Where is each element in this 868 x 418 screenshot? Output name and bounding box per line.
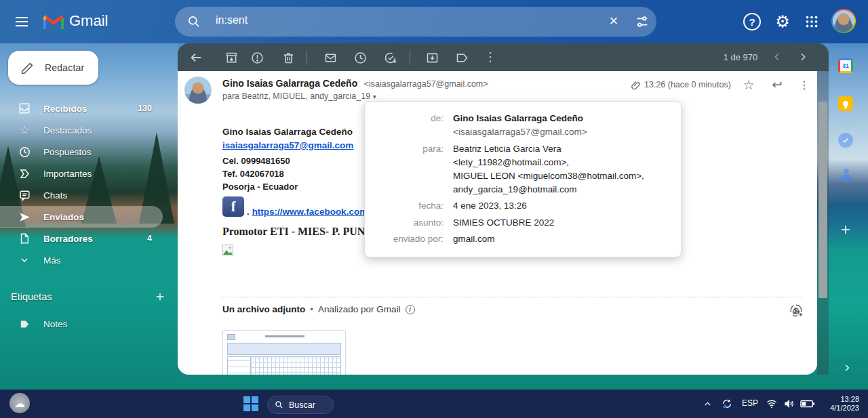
settings-gear-icon[interactable]: ⚙ [772, 11, 793, 33]
newer-chevron-icon[interactable] [769, 49, 785, 65]
account-avatar[interactable] [831, 9, 856, 33]
toolbar-divider [307, 51, 307, 64]
sidebar-item-pospuestos[interactable]: Pospuestos [0, 141, 168, 163]
mark-unread-icon[interactable] [321, 49, 339, 66]
gmail-logo-icon[interactable] [42, 13, 65, 30]
tasks-icon[interactable] [838, 133, 853, 148]
clear-search-icon[interactable]: × [604, 12, 623, 30]
tray-date: 4/1/2023 [817, 404, 859, 413]
thumbnail-table-grid [250, 356, 341, 375]
compose-label: Redactar [45, 62, 84, 73]
tray-time: 13:28 [817, 395, 859, 404]
recipients-line[interactable]: para Beatriz, MIGUEL, andy_garcia_19 ▾ [222, 91, 376, 101]
star-message-icon[interactable]: ☆ [739, 75, 758, 94]
get-addons-icon[interactable] [840, 224, 852, 236]
search-icon[interactable] [186, 14, 201, 29]
details-sentby-value: gmail.com [453, 232, 667, 247]
main-menu-icon[interactable] [11, 11, 33, 33]
back-icon[interactable] [187, 49, 205, 66]
sidebar-item-enviados[interactable]: Enviados [0, 206, 163, 228]
delete-icon[interactable] [279, 49, 297, 66]
labels-header-text: Etiquetas [11, 291, 153, 302]
sender-address: <isaiasgalarraga57@gmail.com> [364, 79, 488, 89]
facebook-separator: . [247, 207, 250, 217]
move-to-icon[interactable] [423, 49, 441, 66]
calendar-icon[interactable]: 31 [838, 58, 853, 73]
battery-icon[interactable] [800, 397, 816, 411]
attachment-header-row: Un archivo adjunto • Analizado por Gmail… [222, 304, 415, 314]
sidebar-item-chats[interactable]: Chats [0, 184, 168, 206]
tray-chevron-up-icon[interactable] [701, 397, 714, 411]
details-date-label: fecha: [378, 199, 443, 213]
facebook-link[interactable]: https://www.facebook.com/ [252, 207, 370, 217]
add-to-drive-icon[interactable] [787, 301, 806, 320]
language-indicator[interactable]: ESP [742, 398, 758, 408]
sync-update-icon[interactable] [719, 396, 735, 412]
info-icon[interactable]: i [406, 305, 415, 314]
sender-avatar[interactable] [184, 77, 212, 104]
windows-taskbar: ☁ Buscar DELL W ESP [0, 390, 868, 418]
sidebar-item-recibidos[interactable]: Recibidos 130 [0, 98, 168, 119]
draft-icon [18, 232, 31, 245]
weather-widget-icon[interactable]: ☁ [9, 393, 30, 413]
pencil-icon [20, 60, 35, 75]
details-sentby-label: enviado por: [378, 232, 443, 247]
message-more-icon[interactable]: ⋮ [795, 75, 814, 94]
attachment-scanned-text: Analizado por Gmail [318, 304, 401, 314]
google-apps-grid-icon[interactable] [806, 16, 818, 28]
help-icon[interactable]: ? [743, 13, 761, 30]
volume-icon[interactable] [782, 396, 797, 411]
taskbar-search[interactable]: Buscar [267, 396, 334, 414]
hide-side-panel-icon[interactable] [841, 362, 853, 374]
start-button[interactable] [239, 392, 263, 416]
report-spam-icon[interactable] [248, 49, 266, 66]
send-icon [18, 211, 31, 224]
details-subject-label: asunto: [378, 216, 443, 230]
older-chevron-icon[interactable] [795, 49, 811, 65]
wifi-icon[interactable] [764, 396, 779, 411]
create-label-icon[interactable] [153, 290, 167, 304]
signature-location: Posorja - Ecuador [222, 182, 298, 192]
tray-clock[interactable]: 13:28 4/1/2023 [817, 395, 859, 413]
keep-icon[interactable] [838, 96, 853, 111]
message-details-popup: de: Gino Isaias Galarraga Cedeño <isaias… [364, 101, 682, 257]
scrollbar-track[interactable] [817, 71, 829, 375]
facebook-icon[interactable]: f [222, 196, 244, 217]
labels-section-header: Etiquetas [11, 290, 167, 304]
signature-tef: Tef. 042067018 [222, 169, 284, 179]
sidebar-item-importantes[interactable]: Importantes [0, 163, 168, 184]
reply-icon[interactable]: ↩ [768, 75, 787, 94]
details-from-value: Gino Isaias Galarraga Cedeño <isaiasgala… [453, 112, 667, 140]
label-tag-icon [18, 318, 31, 330]
message-card: Gino Isaias Galarraga Cedeño <isaiasgala… [178, 71, 817, 375]
show-details-dropdown-icon[interactable]: ▾ [373, 93, 376, 100]
attachment-thumbnail[interactable] [222, 330, 346, 375]
thumbnail-left-column [227, 356, 252, 375]
compose-button[interactable]: Redactar [8, 51, 98, 85]
taskbar-search-label: Buscar [289, 400, 315, 410]
sidebar-item-borradores[interactable]: Borradores 4 [0, 228, 168, 249]
sidebar-label-notes[interactable]: Notes [0, 313, 168, 335]
details-date-value: 4 ene 2023, 13:26 [453, 199, 667, 213]
snooze-icon[interactable] [351, 49, 369, 66]
unread-count: 130 [138, 104, 152, 113]
search-options-icon[interactable] [633, 14, 651, 30]
signature-email-link[interactable]: isaiasgalarraga57@gmail.com [222, 140, 353, 150]
details-to-label: para: [378, 142, 443, 197]
sidebar-item-destacados[interactable]: ☆ Destacados [0, 119, 168, 141]
message-timestamp: 13:26 (hace 0 minutos) [644, 80, 731, 89]
search-icon [275, 400, 283, 409]
archive-icon[interactable] [222, 49, 240, 66]
mail-toolbar: ⋮ 1 de 970 [178, 43, 829, 71]
mail-surface: ⋮ 1 de 970 Gino Isaias Galarraga Cedeño … [178, 43, 829, 375]
pagination-text: 1 de 970 [713, 52, 768, 62]
sidebar-item-mas[interactable]: Más [0, 249, 168, 271]
contacts-icon[interactable] [840, 168, 853, 182]
more-options-icon[interactable]: ⋮ [481, 48, 499, 66]
add-to-tasks-icon[interactable] [381, 49, 399, 66]
attachment-count-text: Un archivo adjunto [222, 304, 305, 314]
signature-name: Gino Isaias Galarraga Cedeño [222, 127, 353, 137]
search-input[interactable] [214, 14, 570, 27]
scrollbar-thumb[interactable] [818, 102, 827, 298]
label-icon[interactable] [453, 49, 471, 66]
